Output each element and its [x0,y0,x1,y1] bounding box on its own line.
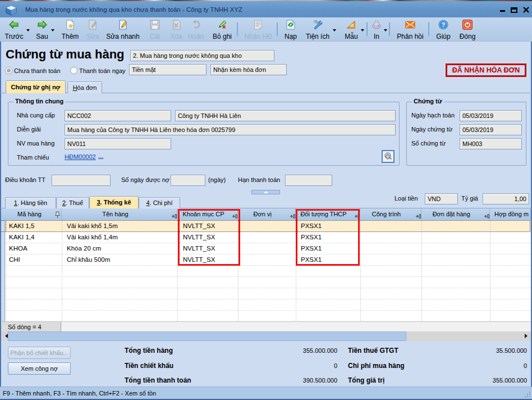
svg-text:?: ? [441,21,445,28]
